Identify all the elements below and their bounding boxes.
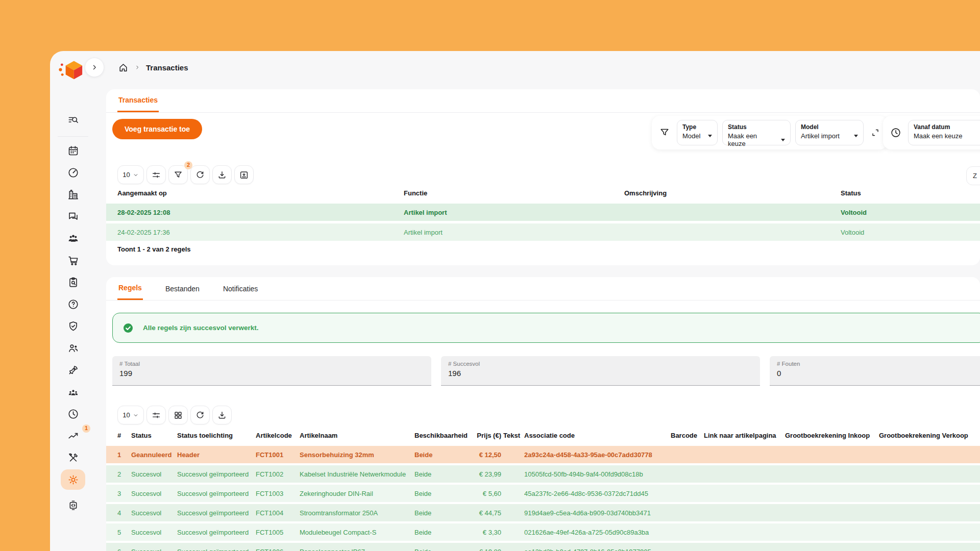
cell-index: 3 (117, 490, 131, 497)
stat-field[interactable]: # Fouten 0 (770, 356, 980, 386)
sidebar-item-help[interactable] (61, 297, 85, 311)
clock-icon (890, 127, 901, 138)
analytics-badge: 1 (82, 424, 90, 433)
page-size-select[interactable]: 10 (117, 406, 144, 424)
cell-aangemaakt-op: 24-02-2025 17:36 (117, 229, 404, 236)
transactions-panel: Transacties Voeg transactie toe Type Mod… (106, 89, 980, 265)
brand-logo-icon[interactable] (58, 59, 85, 83)
stats-row: # Totaal 199 # Succesvol 196 # Fouten 0 (112, 356, 980, 386)
sidebar-item-users[interactable] (61, 232, 85, 245)
table-row[interactable]: 5 Succesvol Succesvol geïmporteerd FCT10… (106, 523, 980, 541)
stat-field[interactable]: # Totaal 199 (112, 356, 431, 386)
tab-bestanden[interactable]: Bestanden (164, 277, 201, 300)
refresh-button[interactable] (190, 165, 210, 184)
sidebar-item-settings[interactable] (61, 469, 85, 490)
columns-settings-button[interactable] (146, 165, 166, 184)
cell-prijs: € 23,99 (475, 470, 503, 478)
breadcrumb: Transacties (118, 57, 188, 78)
cell-status: Succesvol (131, 529, 177, 536)
sidebar-item-calendar[interactable] (61, 144, 85, 157)
trending-up-icon (67, 430, 79, 442)
cell-beschikbaarheid: Beide (414, 470, 475, 478)
cell-beschikbaarheid: Beide (414, 529, 475, 536)
transactions-table-body: 28-02-2025 12:08 Artikel import Voltooid… (106, 204, 980, 243)
cell-status-toelichting: Succesvol geïmporteerd (177, 470, 256, 478)
speedometer-icon (67, 167, 79, 179)
table-row[interactable]: 24-02-2025 17:36 Artikel import Voltooid (106, 223, 980, 241)
sidebar-collapse-button[interactable] (85, 58, 104, 77)
clipboard-search-icon (67, 277, 79, 288)
chat-icon (67, 211, 79, 222)
from-date-filter-select[interactable]: Vanaf datum Maak een keuze (908, 120, 980, 145)
sidebar-item-integrations[interactable] (61, 498, 85, 512)
stat-value: 0 (777, 369, 980, 378)
type-filter-label: Type (682, 123, 712, 131)
column-header: Barcode (671, 432, 704, 439)
cell-artikelcode: FCT1006 (256, 548, 300, 551)
from-date-filter-label: Vanaf datum (914, 123, 980, 131)
transactions-tabbar: Transacties (106, 89, 980, 113)
sidebar-item-company[interactable] (61, 188, 85, 201)
swap-corners-icon[interactable] (870, 128, 880, 138)
model-filter-select[interactable]: Model Artikel import (795, 120, 864, 145)
cell-associatie-code: 10505fcd-50fb-494b-9af4-00fd9d08c18b (524, 470, 671, 478)
code-box-icon (67, 499, 79, 511)
sidebar-item-cart[interactable] (61, 254, 85, 267)
table-row[interactable]: 2 Succesvol Succesvol geïmporteerd FCT10… (106, 465, 980, 483)
cell-prijs: € 44,75 (475, 509, 503, 517)
add-transaction-button[interactable]: Voeg transactie toe (112, 119, 202, 139)
table-row[interactable]: 28-02-2025 12:08 Artikel import Voltooid (106, 204, 980, 221)
cell-artikelcode: FCT1001 (256, 451, 300, 459)
grid-view-button[interactable] (168, 406, 188, 424)
sidebar-item-orders[interactable] (61, 276, 85, 289)
home-icon[interactable] (118, 62, 129, 73)
filter-button[interactable]: 2 (168, 165, 188, 184)
search-button-cutoff[interactable]: Z (966, 166, 980, 185)
cell-prijs: € 12,50 (475, 451, 503, 459)
column-header: Status (841, 189, 980, 197)
download-button[interactable] (212, 165, 232, 184)
sidebar-item-tools[interactable] (61, 451, 85, 464)
cell-index: 6 (117, 548, 131, 551)
sidebar-item-history[interactable] (61, 407, 85, 420)
table-row[interactable]: 1 Geannuleerd Header FCT1001 Sensorbehui… (106, 446, 980, 463)
sidebar-item-security[interactable] (61, 319, 85, 333)
table-row[interactable]: 4 Succesvol Succesvol geïmporteerd FCT10… (106, 504, 980, 521)
search-list-icon (67, 114, 79, 126)
sidebar-item-analytics[interactable]: 1 (61, 429, 85, 442)
stat-field[interactable]: # Succesvol 196 (441, 356, 760, 386)
tab-notificaties[interactable]: Notificaties (222, 277, 259, 300)
success-alert: Alle regels zijn succesvol verwerkt. (112, 313, 980, 343)
cell-status: Succesvol (131, 509, 177, 517)
cell-index: 4 (117, 509, 131, 517)
table-row[interactable]: 6 Succesvol Succesvol geïmporteerd FCT10… (106, 543, 980, 551)
status-filter-select[interactable]: Status Maak een keuze (722, 120, 791, 145)
filter-group: Type Model Status Maak een keuze Model A… (652, 116, 888, 149)
grid-icon (173, 410, 183, 420)
help-circle-icon (67, 298, 79, 310)
sidebar-item-launch[interactable] (61, 363, 85, 377)
calendar-export-button[interactable] (234, 165, 254, 184)
column-header: Status (131, 432, 177, 439)
sidebar-item-chat[interactable] (61, 210, 85, 223)
tab-transacties[interactable]: Transacties (117, 89, 159, 112)
column-header: Functie (404, 189, 624, 197)
cell-beschikbaarheid: Beide (414, 490, 475, 497)
sidebar-item-employees[interactable] (61, 341, 85, 355)
cell-index: 2 (117, 470, 131, 478)
tab-regels[interactable]: Regels (117, 277, 143, 300)
sidebar-item-dashboard[interactable] (61, 166, 85, 179)
table-row[interactable]: 3 Succesvol Succesvol geïmporteerd FCT10… (106, 485, 980, 502)
columns-settings-button[interactable] (146, 406, 166, 424)
sidebar-item-search[interactable] (61, 113, 85, 127)
details-panel: Regels Bestanden Notificaties Alle regel… (106, 277, 980, 551)
type-filter-select[interactable]: Type Model (677, 120, 718, 145)
page-size-select[interactable]: 10 (117, 165, 144, 184)
download-icon (217, 410, 227, 420)
refresh-button[interactable] (190, 406, 210, 424)
stat-label: # Succesvol (448, 361, 753, 367)
sidebar-item-community[interactable] (61, 385, 85, 398)
cell-artikelnaam: Zekeringhouder DIN-Rail (300, 490, 414, 497)
download-button[interactable] (212, 406, 232, 424)
cell-status: Voltooid (841, 209, 980, 216)
